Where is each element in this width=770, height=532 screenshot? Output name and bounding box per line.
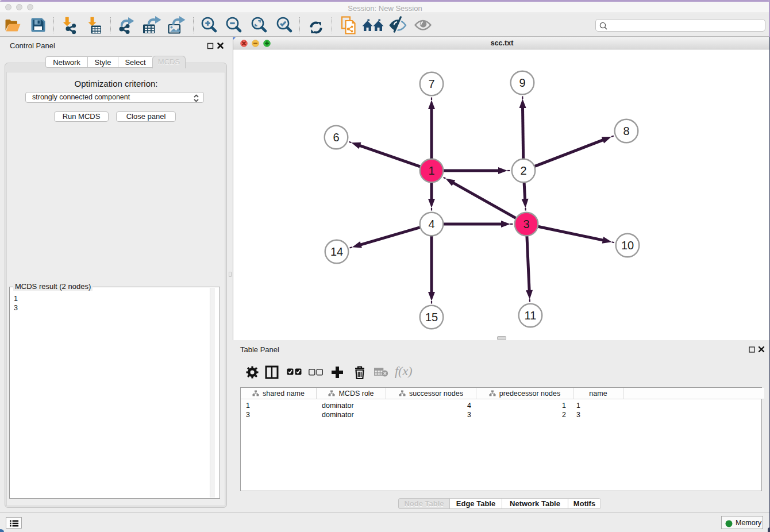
svg-text:4: 4 <box>428 218 434 230</box>
svg-text:15: 15 <box>425 311 438 323</box>
svg-text:3: 3 <box>523 218 529 230</box>
svg-text:7: 7 <box>428 78 434 90</box>
svg-text:2: 2 <box>520 164 526 177</box>
svg-text:9: 9 <box>519 76 525 89</box>
svg-text:1: 1 <box>428 164 434 177</box>
svg-text:6: 6 <box>333 131 339 144</box>
svg-text:8: 8 <box>623 125 629 137</box>
svg-text:14: 14 <box>330 245 343 258</box>
svg-text:11: 11 <box>525 309 537 322</box>
svg-text:10: 10 <box>621 239 634 252</box>
